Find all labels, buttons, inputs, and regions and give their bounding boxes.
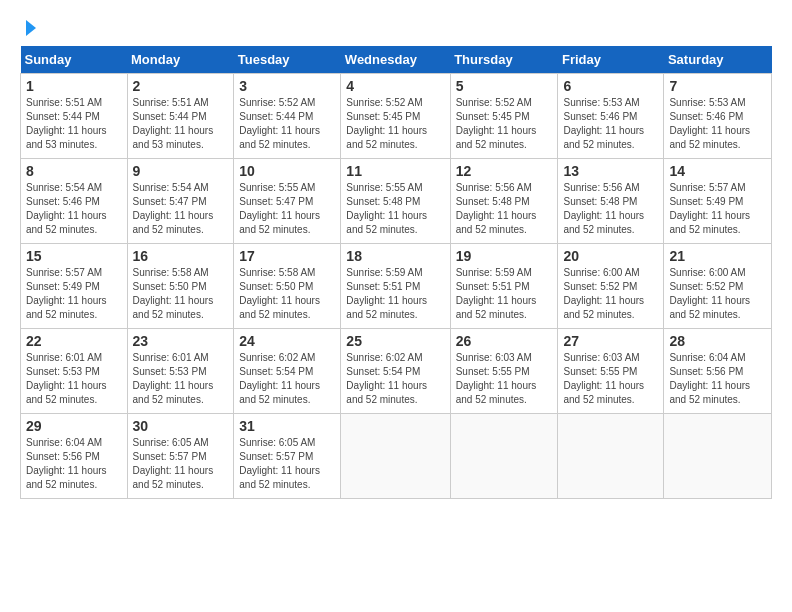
day-number: 22 xyxy=(26,333,122,349)
day-cell: 21Sunrise: 6:00 AMSunset: 5:52 PMDayligh… xyxy=(664,244,772,329)
day-cell: 13Sunrise: 5:56 AMSunset: 5:48 PMDayligh… xyxy=(558,159,664,244)
day-cell: 31Sunrise: 6:05 AMSunset: 5:57 PMDayligh… xyxy=(234,414,341,499)
calendar-week-row: 15Sunrise: 5:57 AMSunset: 5:49 PMDayligh… xyxy=(21,244,772,329)
day-cell: 29Sunrise: 6:04 AMSunset: 5:56 PMDayligh… xyxy=(21,414,128,499)
day-number: 16 xyxy=(133,248,229,264)
day-cell: 6Sunrise: 5:53 AMSunset: 5:46 PMDaylight… xyxy=(558,74,664,159)
day-cell: 19Sunrise: 5:59 AMSunset: 5:51 PMDayligh… xyxy=(450,244,558,329)
day-number: 12 xyxy=(456,163,553,179)
day-info: Sunrise: 6:00 AMSunset: 5:52 PMDaylight:… xyxy=(563,266,658,322)
column-header-tuesday: Tuesday xyxy=(234,46,341,74)
day-cell: 26Sunrise: 6:03 AMSunset: 5:55 PMDayligh… xyxy=(450,329,558,414)
day-info: Sunrise: 6:05 AMSunset: 5:57 PMDaylight:… xyxy=(133,436,229,492)
day-info: Sunrise: 6:03 AMSunset: 5:55 PMDaylight:… xyxy=(456,351,553,407)
day-number: 21 xyxy=(669,248,766,264)
day-cell: 11Sunrise: 5:55 AMSunset: 5:48 PMDayligh… xyxy=(341,159,450,244)
day-info: Sunrise: 6:04 AMSunset: 5:56 PMDaylight:… xyxy=(26,436,122,492)
day-cell: 8Sunrise: 5:54 AMSunset: 5:46 PMDaylight… xyxy=(21,159,128,244)
day-info: Sunrise: 5:59 AMSunset: 5:51 PMDaylight:… xyxy=(346,266,444,322)
day-number: 6 xyxy=(563,78,658,94)
day-number: 10 xyxy=(239,163,335,179)
day-info: Sunrise: 5:57 AMSunset: 5:49 PMDaylight:… xyxy=(669,181,766,237)
day-cell: 7Sunrise: 5:53 AMSunset: 5:46 PMDaylight… xyxy=(664,74,772,159)
column-header-wednesday: Wednesday xyxy=(341,46,450,74)
day-info: Sunrise: 5:54 AMSunset: 5:46 PMDaylight:… xyxy=(26,181,122,237)
day-info: Sunrise: 5:52 AMSunset: 5:45 PMDaylight:… xyxy=(346,96,444,152)
day-number: 25 xyxy=(346,333,444,349)
day-cell: 14Sunrise: 5:57 AMSunset: 5:49 PMDayligh… xyxy=(664,159,772,244)
day-cell: 3Sunrise: 5:52 AMSunset: 5:44 PMDaylight… xyxy=(234,74,341,159)
day-cell: 12Sunrise: 5:56 AMSunset: 5:48 PMDayligh… xyxy=(450,159,558,244)
day-cell: 23Sunrise: 6:01 AMSunset: 5:53 PMDayligh… xyxy=(127,329,234,414)
day-info: Sunrise: 6:03 AMSunset: 5:55 PMDaylight:… xyxy=(563,351,658,407)
column-header-sunday: Sunday xyxy=(21,46,128,74)
day-info: Sunrise: 5:52 AMSunset: 5:44 PMDaylight:… xyxy=(239,96,335,152)
day-number: 30 xyxy=(133,418,229,434)
day-cell: 24Sunrise: 6:02 AMSunset: 5:54 PMDayligh… xyxy=(234,329,341,414)
day-cell: 1Sunrise: 5:51 AMSunset: 5:44 PMDaylight… xyxy=(21,74,128,159)
day-info: Sunrise: 6:00 AMSunset: 5:52 PMDaylight:… xyxy=(669,266,766,322)
calendar-body: 1Sunrise: 5:51 AMSunset: 5:44 PMDaylight… xyxy=(21,74,772,499)
empty-cell xyxy=(450,414,558,499)
day-info: Sunrise: 5:51 AMSunset: 5:44 PMDaylight:… xyxy=(133,96,229,152)
calendar-week-row: 29Sunrise: 6:04 AMSunset: 5:56 PMDayligh… xyxy=(21,414,772,499)
day-cell: 17Sunrise: 5:58 AMSunset: 5:50 PMDayligh… xyxy=(234,244,341,329)
day-cell: 4Sunrise: 5:52 AMSunset: 5:45 PMDaylight… xyxy=(341,74,450,159)
day-cell: 28Sunrise: 6:04 AMSunset: 5:56 PMDayligh… xyxy=(664,329,772,414)
empty-cell xyxy=(664,414,772,499)
day-info: Sunrise: 6:01 AMSunset: 5:53 PMDaylight:… xyxy=(133,351,229,407)
calendar-week-row: 1Sunrise: 5:51 AMSunset: 5:44 PMDaylight… xyxy=(21,74,772,159)
day-info: Sunrise: 5:56 AMSunset: 5:48 PMDaylight:… xyxy=(456,181,553,237)
day-number: 29 xyxy=(26,418,122,434)
day-number: 18 xyxy=(346,248,444,264)
day-number: 20 xyxy=(563,248,658,264)
day-cell: 16Sunrise: 5:58 AMSunset: 5:50 PMDayligh… xyxy=(127,244,234,329)
day-info: Sunrise: 6:05 AMSunset: 5:57 PMDaylight:… xyxy=(239,436,335,492)
day-number: 26 xyxy=(456,333,553,349)
empty-cell xyxy=(341,414,450,499)
day-cell: 25Sunrise: 6:02 AMSunset: 5:54 PMDayligh… xyxy=(341,329,450,414)
day-info: Sunrise: 6:02 AMSunset: 5:54 PMDaylight:… xyxy=(346,351,444,407)
column-header-saturday: Saturday xyxy=(664,46,772,74)
day-info: Sunrise: 5:54 AMSunset: 5:47 PMDaylight:… xyxy=(133,181,229,237)
day-number: 15 xyxy=(26,248,122,264)
day-number: 8 xyxy=(26,163,122,179)
calendar-table: SundayMondayTuesdayWednesdayThursdayFrid… xyxy=(20,46,772,499)
day-info: Sunrise: 5:56 AMSunset: 5:48 PMDaylight:… xyxy=(563,181,658,237)
day-cell: 5Sunrise: 5:52 AMSunset: 5:45 PMDaylight… xyxy=(450,74,558,159)
day-info: Sunrise: 5:57 AMSunset: 5:49 PMDaylight:… xyxy=(26,266,122,322)
day-number: 19 xyxy=(456,248,553,264)
day-info: Sunrise: 6:01 AMSunset: 5:53 PMDaylight:… xyxy=(26,351,122,407)
day-info: Sunrise: 5:55 AMSunset: 5:48 PMDaylight:… xyxy=(346,181,444,237)
day-cell: 9Sunrise: 5:54 AMSunset: 5:47 PMDaylight… xyxy=(127,159,234,244)
day-cell: 10Sunrise: 5:55 AMSunset: 5:47 PMDayligh… xyxy=(234,159,341,244)
day-info: Sunrise: 5:55 AMSunset: 5:47 PMDaylight:… xyxy=(239,181,335,237)
day-cell: 22Sunrise: 6:01 AMSunset: 5:53 PMDayligh… xyxy=(21,329,128,414)
day-number: 14 xyxy=(669,163,766,179)
day-number: 27 xyxy=(563,333,658,349)
day-number: 11 xyxy=(346,163,444,179)
day-number: 24 xyxy=(239,333,335,349)
day-cell: 30Sunrise: 6:05 AMSunset: 5:57 PMDayligh… xyxy=(127,414,234,499)
day-number: 4 xyxy=(346,78,444,94)
column-header-thursday: Thursday xyxy=(450,46,558,74)
logo xyxy=(20,20,36,36)
day-number: 5 xyxy=(456,78,553,94)
day-number: 13 xyxy=(563,163,658,179)
day-number: 17 xyxy=(239,248,335,264)
calendar-header-row: SundayMondayTuesdayWednesdayThursdayFrid… xyxy=(21,46,772,74)
day-info: Sunrise: 5:58 AMSunset: 5:50 PMDaylight:… xyxy=(133,266,229,322)
calendar-week-row: 8Sunrise: 5:54 AMSunset: 5:46 PMDaylight… xyxy=(21,159,772,244)
day-number: 2 xyxy=(133,78,229,94)
day-cell: 27Sunrise: 6:03 AMSunset: 5:55 PMDayligh… xyxy=(558,329,664,414)
day-number: 9 xyxy=(133,163,229,179)
day-info: Sunrise: 6:04 AMSunset: 5:56 PMDaylight:… xyxy=(669,351,766,407)
column-header-monday: Monday xyxy=(127,46,234,74)
day-info: Sunrise: 5:53 AMSunset: 5:46 PMDaylight:… xyxy=(669,96,766,152)
day-cell: 2Sunrise: 5:51 AMSunset: 5:44 PMDaylight… xyxy=(127,74,234,159)
day-info: Sunrise: 5:53 AMSunset: 5:46 PMDaylight:… xyxy=(563,96,658,152)
day-info: Sunrise: 5:52 AMSunset: 5:45 PMDaylight:… xyxy=(456,96,553,152)
day-number: 28 xyxy=(669,333,766,349)
day-number: 23 xyxy=(133,333,229,349)
day-cell: 15Sunrise: 5:57 AMSunset: 5:49 PMDayligh… xyxy=(21,244,128,329)
